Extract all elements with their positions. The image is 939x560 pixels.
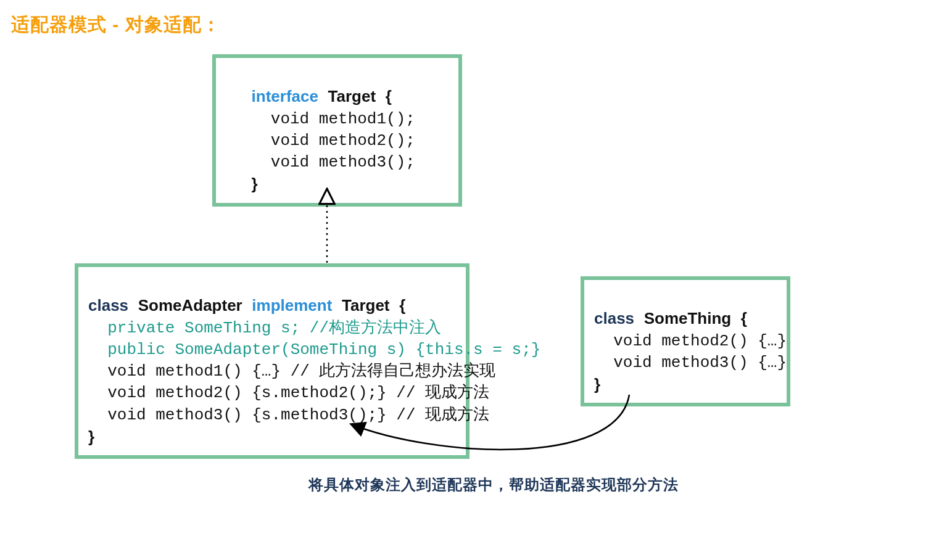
box-adapter-code: class SomeAdapter implement Target { pri… (88, 273, 456, 449)
kw-class: class (88, 296, 128, 315)
target-line-3: void method3(); (271, 153, 415, 171)
box-adapter: class SomeAdapter implement Target { pri… (75, 263, 470, 459)
adapter-line-3: void method1() {…} // 此方法得自己想办法实现 (107, 362, 495, 381)
brace-close: } (594, 375, 600, 393)
box-target: interface Target { void method1(); void … (212, 54, 462, 207)
diagram-caption: 将具体对象注入到适配器中，帮助适配器实现部分方法 (308, 475, 679, 495)
adapter-line-2: public SomeAdapter(SomeThing s) {this.s … (107, 340, 540, 359)
brace-close: } (252, 175, 258, 193)
kw-implement: implement (252, 296, 332, 315)
adapter-line-5: void method3() {s.method3();} // 现成方法 (107, 406, 489, 424)
box-something-code: class SomeThing { void method2() {…} voi… (594, 286, 777, 397)
brace-close: } (88, 427, 94, 446)
something-name: SomeThing (644, 309, 732, 327)
adapter-line-4: void method2() {s.method2();} // 现成方法 (107, 384, 489, 402)
box-target-code: interface Target { void method1(); void … (226, 64, 449, 197)
adapter-line-1: private SomeThing s; //构造方法中注入 (107, 319, 441, 337)
adapter-impl-name: Target (342, 296, 390, 315)
adapter-name: SomeAdapter (138, 296, 242, 315)
target-line-2: void method2(); (271, 131, 415, 150)
target-line-1: void method1(); (271, 110, 415, 128)
something-line-2: void method3() {…} (613, 353, 787, 372)
something-line-1: void method2() {…} (613, 332, 787, 350)
kw-interface: interface (252, 87, 318, 105)
brace-open: { (399, 296, 405, 315)
diagram-title: 适配器模式 - 对象适配： (11, 12, 221, 38)
brace-open: { (386, 87, 392, 105)
kw-class: class (594, 309, 634, 327)
brace-open: { (741, 309, 747, 327)
target-name: Target (328, 87, 376, 105)
box-something: class SomeThing { void method2() {…} voi… (581, 276, 790, 406)
